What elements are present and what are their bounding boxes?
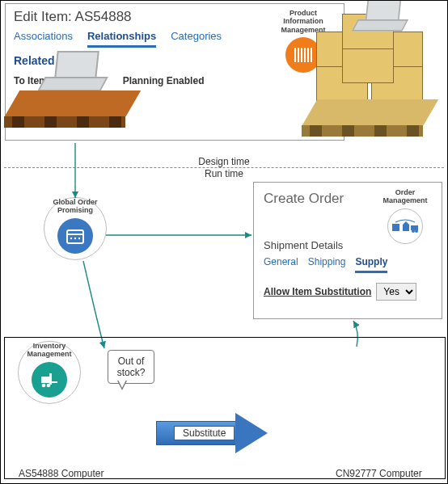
svg-point-14 [412,229,415,233]
callout-text: Out of stock? [108,350,154,384]
svg-rect-17 [49,373,52,385]
run-time-label: Run time [4,168,444,179]
tab-associations[interactable]: Associations [14,30,73,48]
cell-planning-enabled: ✓ [123,95,223,114]
svg-rect-13 [411,225,418,230]
svg-point-9 [74,237,76,238]
pallet-icon [12,90,133,135]
allow-substitution-row: Allow Item Substitution Yes [264,283,432,301]
laptop-icon [351,0,409,35]
supply-chain-icon [387,208,423,244]
svg-point-20 [47,383,51,387]
tab-shipping[interactable]: Shipping [308,256,346,273]
inventory-badge-label: Inventory Management [17,342,82,359]
order-mgmt-badge: Order Management [373,188,437,244]
allow-substitution-label: Allow Item Substitution [264,286,371,297]
left-product-graphic [12,51,133,135]
left-product-label: AS54888 Computer [19,468,104,479]
svg-point-19 [42,383,46,387]
svg-rect-18 [52,381,57,383]
gop-badge: Global Order Promising [43,198,108,254]
substitute-arrow-label: Substitute [174,426,235,440]
order-mgmt-label: Order Management [373,188,437,205]
laptop-icon [36,51,109,95]
allow-substitution-select[interactable]: Yes [376,283,416,301]
right-product-label: CN92777 Computer [336,468,422,479]
svg-point-15 [415,229,418,233]
design-runtime-divider: Design time Run time [4,156,444,179]
order-tabs: General Shipping Supply [264,256,432,273]
svg-point-10 [78,237,80,238]
right-product-graphic [310,9,431,106]
tab-general[interactable]: General [264,256,298,273]
svg-point-8 [70,237,72,238]
gop-badge-label: Global Order Promising [43,198,108,215]
forklift-icon [32,362,67,398]
inventory-badge: Inventory Management [17,342,82,398]
calendar-icon [57,218,93,254]
out-of-stock-callout: Out of stock? [108,350,154,384]
design-time-label: Design time [4,156,444,167]
svg-rect-6 [67,230,83,243]
tab-categories[interactable]: Categories [171,30,222,48]
tab-supply[interactable]: Supply [355,256,387,273]
svg-marker-12 [403,221,409,231]
tab-relationships[interactable]: Relationships [87,30,156,48]
svg-rect-16 [41,377,49,383]
substitute-arrow: Substitute [156,416,269,450]
pallet-icon [310,99,431,144]
svg-rect-11 [392,224,399,231]
